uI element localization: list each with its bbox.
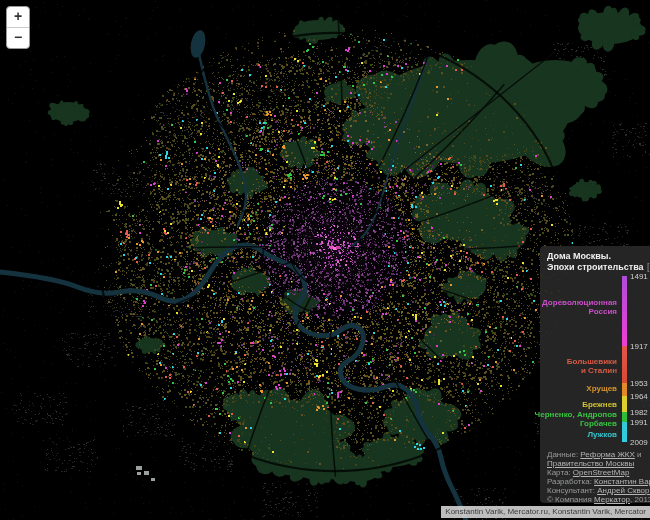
era-label-6: Лужков xyxy=(587,430,617,439)
era-label-3: Хрущев xyxy=(586,384,617,393)
scale-year-label: 1991 xyxy=(630,418,648,427)
credit-line: Правительство Москвы xyxy=(547,459,650,468)
credit-line: Консультант: Андрей Скворцов xyxy=(547,486,650,495)
scale-year-label: 1917 xyxy=(630,342,648,351)
credit-link[interactable]: Константин Варик xyxy=(594,477,650,486)
legend-panel: Дома Москвы. Эпохи строительства [?] [≡]… xyxy=(540,246,650,503)
credit-text: Разработка: xyxy=(547,477,594,486)
legend-title: Дома Москвы. xyxy=(547,251,611,261)
era-label-4: Брежнев xyxy=(582,400,617,409)
credit-text: Данные: xyxy=(547,450,580,459)
credit-link[interactable]: OpenStreetMap xyxy=(573,468,629,477)
credit-link[interactable]: Реформа ЖКХ xyxy=(580,450,634,459)
credit-text: © Компания xyxy=(547,495,594,504)
legend-subtitle-row: Эпохи строительства [?] [≡] xyxy=(547,262,650,272)
credit-line: Данные: Реформа ЖКХ и xyxy=(547,450,650,459)
credit-link[interactable]: Андрей Скворцов xyxy=(597,486,650,495)
era-label-5: Черненко, АндроповГорбачев xyxy=(535,410,617,428)
era-color-scale: 1491191719531964198219912009Дореволюцион… xyxy=(540,276,650,442)
scale-year-label: 2009 xyxy=(630,438,648,447)
map-attribution: Konstantin Varik, Mercator.ru, Konstanti… xyxy=(441,506,650,518)
era-gradient-bar xyxy=(622,276,627,442)
scale-year-label: 1491 xyxy=(630,272,648,281)
era-label-1: ДореволюционнаяРоссия xyxy=(542,298,617,316)
legend-subtitle: Эпохи строительства xyxy=(547,262,644,272)
scale-year-label: 1953 xyxy=(630,379,648,388)
zoom-in-button[interactable]: + xyxy=(7,7,29,28)
credit-link[interactable]: Меркатор xyxy=(594,495,630,504)
zoom-control: + − xyxy=(6,6,30,49)
credit-text: Карта: xyxy=(547,468,573,477)
credit-line: Разработка: Константин Варик xyxy=(547,477,650,486)
credit-line: © Компания Меркатор, 2013 xyxy=(547,495,650,504)
credit-text: , 2013 xyxy=(630,495,650,504)
zoom-out-button[interactable]: − xyxy=(7,28,29,48)
credit-text: Консультант: xyxy=(547,486,597,495)
credit-line: Карта: OpenStreetMap xyxy=(547,468,650,477)
legend-credits: Данные: Реформа ЖКХ иПравительство Москв… xyxy=(547,450,650,504)
credit-link[interactable]: Правительство Москвы xyxy=(547,459,634,468)
scale-year-label: 1964 xyxy=(630,392,648,401)
era-label-2: Большевикии Сталин xyxy=(567,357,617,375)
credit-text: и xyxy=(635,450,642,459)
scale-year-label: 1982 xyxy=(630,408,648,417)
map-application: + − Дома Москвы. Эпохи строительства [?]… xyxy=(0,0,650,520)
